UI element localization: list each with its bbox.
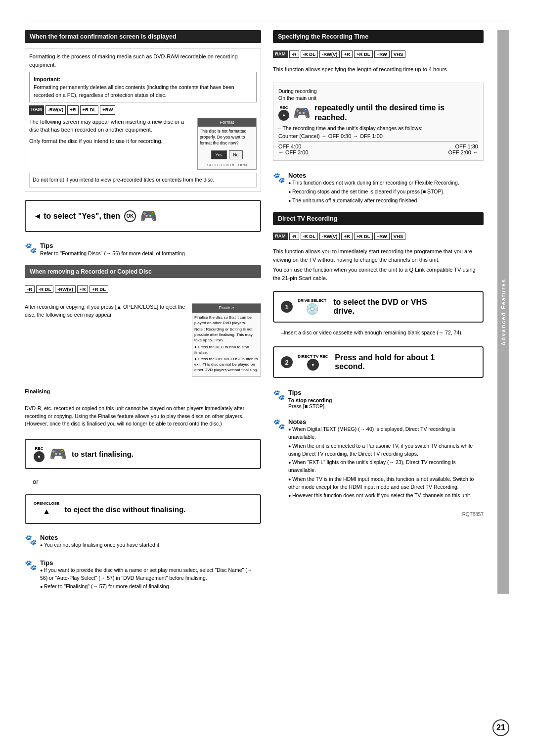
direct-rec-icon: ● (307, 359, 319, 371)
time-diagram: During recording On the main unit REC ● … (273, 83, 484, 161)
removing-header: When removing a Recorded or Copied Disc (25, 265, 261, 278)
yes-button[interactable]: Yes (211, 150, 227, 160)
step1-box: 1 DRIVE SELECT 💿 to select the DVD or VH… (273, 291, 484, 323)
important-box: Important: Formatting permanently delete… (29, 72, 257, 102)
start-finalising-box: REC ● 🎮 to start finalising. (25, 439, 261, 469)
rec-icon-time: ● (278, 110, 289, 121)
no-button[interactable]: No (229, 150, 243, 160)
open-label: OPEN/CLOSE (34, 501, 59, 506)
format-dialog-title: Format (198, 118, 256, 127)
disc-tag-plus-rw: +RW (100, 105, 115, 114)
notes-finalising-content: Notes You cannot stop finalising once yo… (40, 534, 161, 550)
removing-text: After recording or copying, if you press… (25, 303, 187, 376)
step2-box: 2 DIRECT TV REC ● Press and hold for abo… (273, 346, 484, 378)
direct-label: DIRECT TV REC (298, 354, 328, 359)
tips-finalising-list: If you want to provide the disc with a n… (40, 567, 261, 591)
step2-sub: second. (335, 362, 435, 371)
sidebar-tab-label: Advanced Features (500, 279, 506, 345)
tips-finalising-box: 🐾 Tips If you want to provide the disc w… (25, 559, 261, 592)
dtv-tag-prw: +RW (374, 233, 390, 240)
spec-tag-pr-dl: +R DL (354, 50, 373, 58)
dtv-note-5: However this function does not work if y… (288, 492, 484, 500)
dtv-tag-pr-dl: +R DL (354, 233, 373, 240)
disc-tag-rwv2: -RW(V) (55, 285, 75, 293)
dtv-notes-list: When Digital TEXT (MHEG) (→ 40) is displ… (288, 425, 484, 500)
format-dialog: Format This disc is not formatted proper… (197, 118, 257, 170)
dtv-note-1: When Digital TEXT (MHEG) (→ 40) is displ… (288, 425, 484, 441)
dtv-notes-box: 🐾 Notes When Digital TEXT (MHEG) (→ 40) … (273, 418, 484, 501)
start-finalising-text: to start finalising. (72, 450, 134, 458)
disc-tag-plus-r-dl: +R DL (80, 105, 99, 114)
finalising-section: Finalising DVD-R, etc. recorded or copie… (25, 387, 261, 428)
tips-content: Tips Refer to "Formatting Discs" (→ 56) … (40, 242, 186, 256)
step1-main: to select the DVD or VHS (333, 298, 427, 307)
dtv-notes-label: Notes (288, 418, 306, 425)
recording-time-section: This function allows specifying the leng… (273, 65, 484, 74)
spec-note-3: The unit turns off automatically after r… (288, 197, 459, 205)
step2-text-block: Press and hold for about 1 second. (335, 353, 435, 371)
or-divider: or (33, 478, 253, 485)
tips-icon: 🐾 (25, 242, 37, 254)
drive-icon: 💿 (306, 303, 319, 316)
removing-content: After recording or copying, if you press… (25, 303, 261, 376)
notes-item-1: You cannot stop finalising once you have… (40, 541, 161, 549)
page-number: 21 (492, 719, 509, 736)
right-column-wrapper: Specifying the Recording Time RAM -R -R … (273, 30, 509, 594)
spec-tag-rwv: -RW(V) (319, 50, 340, 58)
select-yes-box: ◄ to select "Yes", then OK 🎮 (25, 200, 261, 232)
format-disc-tags: RAM -RW(V) +R +R DL +RW (29, 105, 257, 114)
time-sequence: Counter (Cancel) → OFF 0:30 → OFF 1:00 (278, 133, 478, 139)
dtv-note-3: When "EXT-L" lights on the unit's displa… (288, 459, 484, 474)
tips-item-2: Refer to "Finalising" (→ 57) for more de… (40, 583, 261, 591)
finalising-text: DVD-R, etc. recorded or copied on this u… (25, 397, 261, 428)
rqt-number: RQT8857 (273, 512, 484, 517)
spec-notes-content: Notes This function does not work during… (288, 172, 459, 205)
spec-note-1: This function does not work during timer… (288, 179, 459, 187)
on-main-unit: On the main unit (278, 95, 478, 101)
eject-box: OPEN/CLOSE ▲ to eject the disc without f… (25, 494, 261, 524)
time-sub: – The recording time and the unit's disp… (278, 125, 478, 131)
rec-label: REC (35, 446, 44, 451)
spec-notes-icon: 🐾 (273, 172, 285, 184)
spec-notes-label: Notes (288, 172, 306, 179)
tips-icon-2: 🐾 (25, 559, 37, 571)
step1-text-block: to select the DVD or VHS drive. (333, 298, 427, 316)
step1-sub: drive. (333, 307, 427, 316)
notes-label: Notes (40, 534, 58, 541)
rec-row: REC ● 🎮 repeatedly until the desired tim… (278, 103, 478, 124)
dtv-tag-r-dl: -R DL (301, 233, 318, 240)
remote-icon: 🎮 (140, 208, 157, 224)
off-300: ← OFF 3:00 (278, 149, 309, 155)
notes-finalising-list: You cannot stop finalising once you have… (40, 541, 161, 549)
specifying-notes: 🐾 Notes This function does not work duri… (273, 172, 484, 205)
notes-icon: 🐾 (25, 534, 37, 546)
eject-text: to eject the disc without finalising. (64, 505, 185, 514)
finalising-title: Finalising (25, 387, 261, 396)
format-illustration: The following screen may appear when ins… (29, 118, 257, 170)
dtv-tips-label: Tips (288, 389, 302, 396)
disc-tag-rwv: -RW(V) (45, 105, 66, 114)
remote-icon-2: 🎮 (49, 446, 67, 462)
step1-note: –Insert a disc or video cassette with en… (281, 330, 484, 335)
dtv-notes-icon: 🐾 (273, 418, 285, 430)
step2-number: 2 (281, 356, 293, 368)
spec-tag-vhs: VHS (391, 50, 406, 58)
finalise-dialog: Finalise Finalise the disc so that it ca… (192, 303, 261, 376)
format-intro: Formatting is the process of making medi… (29, 52, 257, 69)
off-400: OFF 4:00 (278, 143, 301, 149)
page-container: When the format confirmation screen is d… (25, 20, 509, 602)
notes-finalising-box: 🐾 Notes You cannot stop finalising once … (25, 534, 261, 550)
tips-label: Tips (40, 242, 53, 249)
disc-tag-plus-r: +R (67, 105, 78, 114)
advanced-features-tab: Advanced Features (497, 30, 509, 594)
dtv-tag-vhs: VHS (391, 233, 406, 240)
disc-tag-ram: RAM (29, 105, 44, 114)
format-nav: SELECT OK RETURN (198, 161, 256, 169)
direct-tv-disc-tags: RAM -R -R DL -RW(V) +R +R DL +RW VHS (273, 233, 484, 240)
dtv-tips-box: 🐾 Tips To stop recording Press [■ STOP]. (273, 389, 484, 409)
spec-notes-list: This function does not work during timer… (288, 179, 459, 204)
remote-icon-time: 🎮 (293, 105, 311, 121)
dtv-tips-content: Tips To stop recording Press [■ STOP]. (288, 389, 332, 409)
left-column: When the format confirmation screen is d… (25, 30, 261, 594)
dtv-notes-content: Notes When Digital TEXT (MHEG) (→ 40) is… (288, 418, 484, 501)
